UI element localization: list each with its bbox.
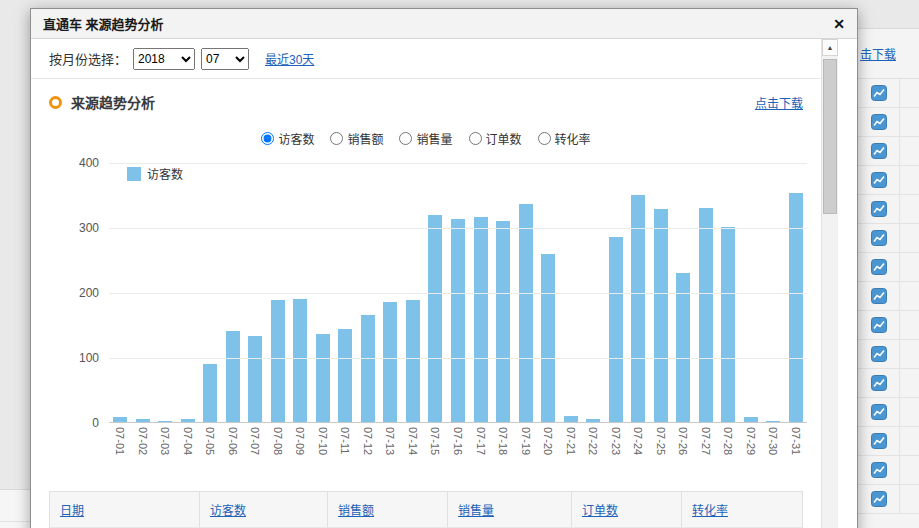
bg-table-row (858, 253, 919, 282)
bar-07-27[interactable] (699, 208, 713, 423)
bar-07-07[interactable] (248, 336, 262, 422)
chart-icon-button[interactable] (858, 369, 900, 397)
radio-input[interactable] (399, 132, 412, 145)
x-tick-label: 07-15 (429, 427, 441, 455)
x-tick-label: 07-24 (632, 427, 644, 455)
trend-chart-icon (871, 114, 887, 130)
bar-slot (694, 208, 717, 423)
bar-07-01[interactable] (113, 417, 127, 422)
section-header: 来源趋势分析 点击下载 (31, 79, 821, 117)
x-tick-label: 07-13 (384, 427, 396, 455)
x-tick: 07-17 (469, 427, 492, 455)
column-header-0: 日期 (50, 492, 200, 527)
chart-icon-button[interactable] (858, 340, 900, 368)
bar-slot (379, 302, 402, 422)
bg-table-row (858, 79, 919, 108)
bar-07-19[interactable] (519, 204, 533, 422)
bar-07-05[interactable] (203, 364, 217, 423)
trend-chart-icon (871, 462, 887, 478)
close-icon[interactable]: ✕ (833, 17, 845, 31)
bar-07-03[interactable] (158, 421, 172, 422)
metric-radio-3[interactable]: 订单数 (469, 130, 522, 147)
chart-icon-button[interactable] (858, 485, 900, 513)
bar-07-13[interactable] (383, 302, 397, 422)
background-download-link[interactable]: 击下载 (860, 45, 896, 62)
chart-icon-button[interactable] (858, 427, 900, 455)
column-sort-link[interactable]: 订单数 (582, 504, 618, 518)
bar-07-16[interactable] (451, 219, 465, 422)
column-sort-link[interactable]: 销售量 (458, 504, 494, 518)
bar-07-09[interactable] (293, 299, 307, 423)
bar-07-25[interactable] (654, 209, 668, 422)
section-title: 来源趋势分析 (71, 92, 155, 112)
chart-icon-button[interactable] (858, 137, 900, 165)
bar-07-10[interactable] (316, 334, 330, 422)
chart-icon-button[interactable] (858, 79, 900, 107)
table-header-row: 日期访客数销售额销售量订单数转化率 (50, 492, 802, 527)
x-axis-labels: 07-0107-0207-0307-0407-0507-0607-0707-08… (109, 427, 807, 455)
bar-07-20[interactable] (541, 254, 555, 422)
bar-slot (447, 219, 470, 422)
bar-07-30[interactable] (766, 421, 780, 422)
chart-icon-button[interactable] (858, 195, 900, 223)
bar-07-21[interactable] (564, 416, 578, 423)
bar-07-29[interactable] (744, 417, 758, 422)
bar-07-06[interactable] (226, 331, 240, 422)
chart-icon-button[interactable] (858, 398, 900, 426)
chart-icon-button[interactable] (858, 311, 900, 339)
scroll-up-arrow-icon[interactable]: ▲ (822, 39, 838, 56)
radio-input[interactable] (469, 132, 482, 145)
chart-icon-button[interactable] (858, 224, 900, 252)
radio-input[interactable] (261, 132, 274, 145)
bar-07-15[interactable] (428, 215, 442, 422)
chart-icon-button[interactable] (858, 456, 900, 484)
radio-input[interactable] (330, 132, 343, 145)
bar-07-18[interactable] (496, 221, 510, 423)
y-tick-label: 0 (43, 416, 99, 430)
bar-07-22[interactable] (586, 419, 600, 422)
x-tick-label: 07-23 (610, 427, 622, 455)
bar-slot (492, 221, 515, 423)
year-select[interactable]: 2018 (133, 48, 195, 70)
download-link[interactable]: 点击下载 (755, 94, 803, 111)
metric-radio-1[interactable]: 销售额 (330, 130, 383, 147)
column-sort-link[interactable]: 转化率 (692, 504, 728, 518)
x-tick: 07-01 (109, 427, 132, 455)
metric-radio-4[interactable]: 转化率 (538, 130, 591, 147)
dialog-scrollbar[interactable]: ▲ (821, 39, 838, 528)
bar-07-14[interactable] (406, 300, 420, 422)
column-sort-link[interactable]: 销售额 (338, 504, 374, 518)
column-sort-link[interactable]: 日期 (60, 504, 84, 518)
bg-empty-cell (900, 282, 919, 310)
x-tick: 07-19 (514, 427, 537, 455)
x-tick-label: 07-19 (520, 427, 532, 455)
recent-30-days-link[interactable]: 最近30天 (265, 50, 314, 67)
x-tick: 07-21 (559, 427, 582, 455)
scrollbar-thumb[interactable] (823, 59, 837, 214)
bar-07-17[interactable] (474, 217, 488, 422)
chart-icon-button[interactable] (858, 166, 900, 194)
bar-07-04[interactable] (181, 419, 195, 422)
bar-07-26[interactable] (676, 273, 690, 423)
x-tick-label: 07-09 (294, 427, 306, 455)
trend-chart-icon (871, 85, 887, 101)
metric-radio-2[interactable]: 销售量 (399, 130, 452, 147)
x-tick: 07-20 (537, 427, 560, 455)
bar-07-08[interactable] (271, 300, 285, 422)
chart-icon-button[interactable] (858, 253, 900, 281)
bar-slot (424, 215, 447, 422)
radio-label: 订单数 (486, 130, 522, 147)
chart-icon-button[interactable] (858, 282, 900, 310)
bar-07-11[interactable] (338, 329, 352, 422)
bar-07-28[interactable] (721, 227, 735, 422)
bar-07-12[interactable] (361, 315, 375, 422)
chart-icon-button[interactable] (858, 108, 900, 136)
bar-slot (154, 421, 177, 422)
bar-07-02[interactable] (136, 419, 150, 422)
column-header-5: 转化率 (682, 492, 802, 527)
radio-input[interactable] (538, 132, 551, 145)
column-sort-link[interactable]: 访客数 (210, 504, 246, 518)
month-select[interactable]: 07 (201, 48, 249, 70)
bar-07-23[interactable] (609, 237, 623, 422)
metric-radio-0[interactable]: 访客数 (261, 130, 314, 147)
